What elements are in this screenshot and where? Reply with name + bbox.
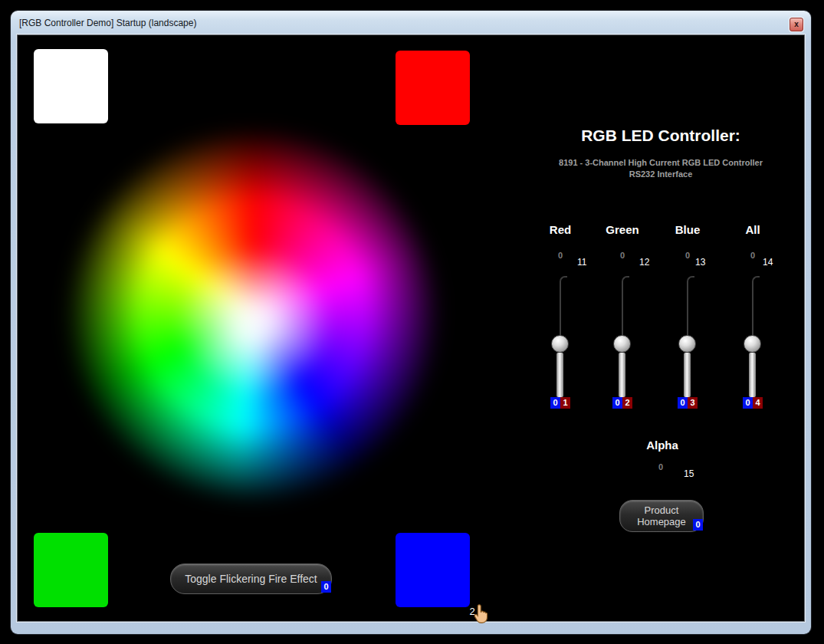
- slider-blue: 0 3: [668, 276, 707, 410]
- slider-track[interactable]: [560, 276, 567, 339]
- alpha-label: Alpha: [632, 439, 693, 452]
- index-badge: 1: [560, 397, 570, 409]
- color-swatch-blue: [396, 533, 470, 607]
- tag-number-12: 12: [639, 257, 664, 268]
- window-title: [RGB Controller Demo] Startup (landscape…: [19, 18, 196, 28]
- slider-label-all: All: [722, 223, 783, 236]
- product-button-line2: Homepage: [620, 516, 703, 527]
- button-badge: 0: [693, 519, 703, 531]
- subtitle-line2: RS232 Interface: [519, 169, 803, 180]
- close-icon: x: [794, 20, 799, 28]
- tag-number-11: 11: [577, 257, 602, 268]
- index-badge: 2: [622, 397, 632, 409]
- page-subtitle: 8191 - 3-Channel High Current RGB LED Co…: [519, 157, 803, 180]
- product-homepage-button[interactable]: Product Homepage 0: [619, 500, 704, 532]
- slider-label-green: Green: [592, 223, 653, 236]
- subtitle-line1: 8191 - 3-Channel High Current RGB LED Co…: [519, 157, 803, 169]
- slider-track[interactable]: [752, 276, 760, 339]
- hand-cursor-icon: [473, 603, 490, 627]
- close-button[interactable]: x: [790, 18, 803, 31]
- product-button-line1: Product: [620, 504, 703, 516]
- channel-badge: 0: [550, 397, 560, 409]
- slider-track[interactable]: [687, 276, 694, 339]
- slider-stem: [619, 353, 625, 397]
- color-swatch-red: [396, 51, 470, 125]
- slider-badges: 0 2: [603, 397, 642, 409]
- color-swatch-white: [34, 49, 108, 123]
- slider-badges: 0 3: [668, 397, 707, 409]
- channel-badge: 0: [678, 397, 688, 409]
- slider-stem: [749, 353, 756, 397]
- toggle-fire-effect-button[interactable]: Toggle Flickering Fire Effect 0: [170, 564, 332, 594]
- channel-badge: 0: [612, 397, 622, 409]
- alpha-value: 0: [630, 462, 691, 472]
- page-title: RGB LED Controller:: [519, 127, 803, 145]
- index-badge: 4: [753, 397, 763, 409]
- slider-all: 0 4: [734, 276, 772, 410]
- slider-label-red: Red: [530, 223, 591, 236]
- button-badge: 0: [321, 581, 331, 593]
- toggle-button-label: Toggle Flickering Fire Effect: [185, 573, 317, 585]
- title-bar[interactable]: [RGB Controller Demo] Startup (landscape…: [11, 11, 811, 34]
- tag-number-13: 13: [695, 257, 720, 268]
- index-badge: 3: [688, 397, 698, 409]
- slider-knob[interactable]: [613, 335, 631, 353]
- slider-badges: 0 1: [541, 397, 579, 409]
- slider-knob[interactable]: [551, 335, 569, 353]
- slider-stem: [556, 353, 563, 397]
- slider-badges: 0 4: [734, 397, 772, 409]
- slider-red: 0 1: [541, 276, 579, 410]
- slider-knob[interactable]: [744, 335, 761, 353]
- app-window: [RGB Controller Demo] Startup (landscape…: [11, 11, 811, 634]
- slider-green: 0 2: [603, 276, 642, 410]
- slider-stem: [684, 353, 691, 397]
- color-wheel[interactable]: [60, 121, 447, 508]
- slider-knob[interactable]: [678, 335, 696, 353]
- color-swatch-green: [34, 533, 108, 607]
- slider-track[interactable]: [622, 276, 629, 339]
- content-area: RGB LED Controller: 8191 - 3-Channel Hig…: [17, 34, 805, 622]
- tag-number-14: 14: [763, 257, 787, 268]
- channel-badge: 0: [743, 397, 753, 409]
- slider-label-blue: Blue: [657, 223, 718, 236]
- tag-number-15: 15: [684, 468, 708, 479]
